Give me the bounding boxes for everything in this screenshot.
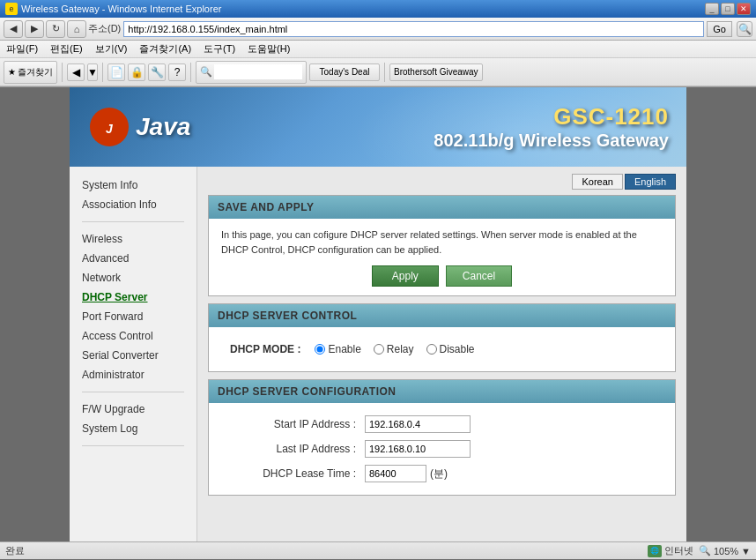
sidebar-item-system-info[interactable]: System Info xyxy=(70,175,196,195)
sidebar-item-dhcp-server[interactable]: DHCP Server xyxy=(70,287,196,307)
menu-help[interactable]: 도움말(H) xyxy=(245,42,293,56)
lease-time-label: DHCP Lease Time : xyxy=(228,467,356,480)
refresh-button[interactable]: ↻ xyxy=(46,20,65,38)
radio-disable-input[interactable] xyxy=(426,344,437,355)
apply-button[interactable]: Apply xyxy=(372,265,439,287)
sidebar-item-association-info[interactable]: Association Info xyxy=(70,195,196,214)
save-apply-description: In this page, you can cofigure DHCP serv… xyxy=(221,228,663,257)
sidebar-divider-1 xyxy=(82,221,184,222)
sidebar-item-system-log[interactable]: System Log xyxy=(70,419,196,438)
back-icon[interactable]: ◀ xyxy=(67,63,85,81)
home-button[interactable]: ⌂ xyxy=(67,20,86,38)
address-label: 주소(D) xyxy=(88,22,121,35)
title-buttons: _ □ ✕ xyxy=(705,3,751,15)
status-text: 완료 xyxy=(5,544,25,557)
toolbar-separator-1 xyxy=(62,63,63,82)
radio-relay-label: Relay xyxy=(387,343,414,355)
lease-time-input[interactable] xyxy=(365,465,426,482)
lease-time-unit: (분) xyxy=(430,467,448,482)
dhcp-config-body: Start IP Address : Last IP Address : DHC… xyxy=(209,403,675,495)
status-left: 완료 xyxy=(5,544,25,557)
start-ip-row: Start IP Address : xyxy=(221,412,663,437)
lease-time-row: DHCP Lease Time : (분) xyxy=(221,461,663,486)
menu-edit[interactable]: 편집(E) xyxy=(48,42,85,56)
zoom-indicator[interactable]: 🔍 105% ▼ xyxy=(699,545,751,556)
star-icon: ★ xyxy=(8,67,16,77)
nav-bar: ◀ ▶ ↻ ⌂ 주소(D) Go 🔍 xyxy=(0,18,756,41)
sidebar-item-network[interactable]: Network xyxy=(70,268,196,287)
go-button[interactable]: Go xyxy=(707,21,732,37)
search-toolbar-icon: 🔍 xyxy=(200,66,212,78)
router-subtitle: 802.11b/g Wireless Gateway xyxy=(434,131,669,151)
sidebar-item-advanced[interactable]: Advanced xyxy=(70,249,196,268)
window-title: Wireless Gateway - Windows Internet Expl… xyxy=(21,4,221,14)
close-button[interactable]: ✕ xyxy=(737,3,751,15)
router-body: System Info Association Info Wireless Ad… xyxy=(70,167,686,541)
safety-icon[interactable]: 🔒 xyxy=(128,63,145,81)
last-ip-input[interactable] xyxy=(365,440,471,458)
zoom-icon: 🔍 xyxy=(699,545,711,556)
brothersoft-icon[interactable]: Brothersoft Giveaway xyxy=(389,63,483,81)
sidebar-item-wireless[interactable]: Wireless xyxy=(70,229,196,249)
sidebar-item-administrator[interactable]: Administrator xyxy=(70,365,196,385)
sidebar-item-fw-upgrade[interactable]: F/W Upgrade xyxy=(70,399,196,419)
search-toolbar-input[interactable] xyxy=(214,64,302,79)
help-icon[interactable]: ? xyxy=(168,63,186,81)
sidebar-divider-3 xyxy=(82,445,184,446)
radio-relay-input[interactable] xyxy=(374,344,384,355)
menu-favorites[interactable]: 즐겨찾기(A) xyxy=(137,42,194,56)
content-area: J Java GSC-1210 802.11b/g Wireless Gatew… xyxy=(0,87,756,541)
toolbar-separator-2 xyxy=(102,63,103,82)
dhcp-mode-label: DHCP MODE : xyxy=(230,343,300,355)
search-icon[interactable]: 🔍 xyxy=(737,21,752,37)
menu-tools[interactable]: 도구(T) xyxy=(201,42,238,56)
router-title: GSC-1210 802.11b/g Wireless Gateway xyxy=(434,103,669,151)
radio-enable-input[interactable] xyxy=(315,344,325,355)
radio-disable[interactable]: Disable xyxy=(426,343,475,355)
save-apply-body: In this page, you can cofigure DHCP serv… xyxy=(209,219,675,295)
lang-korean-button[interactable]: Korean xyxy=(572,174,622,190)
browser-icon: e xyxy=(5,3,18,15)
zone-icon: 🌐 xyxy=(648,545,662,557)
cancel-button[interactable]: Cancel xyxy=(446,265,512,287)
status-right: 🌐 인터넷 🔍 105% ▼ xyxy=(648,544,751,557)
zoom-dropdown-icon: ▼ xyxy=(741,546,751,556)
zoom-level: 105% xyxy=(714,546,738,556)
toolbar-separator-3 xyxy=(190,63,191,82)
forward-button[interactable]: ▶ xyxy=(25,20,44,38)
menu-bar: 파일(F) 편집(E) 보기(V) 즐겨찾기(A) 도구(T) 도움말(H) xyxy=(0,41,756,58)
router-model: GSC-1210 xyxy=(434,103,669,131)
minimize-button[interactable]: _ xyxy=(705,3,719,15)
start-ip-label: Start IP Address : xyxy=(228,418,356,430)
router-header: J Java GSC-1210 802.11b/g Wireless Gatew… xyxy=(70,87,686,167)
dhcp-control-body: DHCP MODE : Enable Relay xyxy=(209,327,675,371)
dhcp-control-header: DHCP SERVER CONTROL xyxy=(209,304,675,327)
sidebar-item-access-control[interactable]: Access Control xyxy=(70,326,196,346)
today-deal-button[interactable]: Today's Deal xyxy=(309,63,380,81)
sidebar-item-serial-converter[interactable]: Serial Converter xyxy=(70,346,196,365)
lang-english-button[interactable]: English xyxy=(625,174,676,190)
java-logo-text: Java xyxy=(136,113,190,141)
svg-text:J: J xyxy=(106,122,114,136)
sidebar-divider-2 xyxy=(82,392,184,392)
radio-relay[interactable]: Relay xyxy=(374,343,414,355)
left-chrome xyxy=(0,87,70,541)
sidebar-item-port-forward[interactable]: Port Forward xyxy=(70,307,196,326)
radio-enable[interactable]: Enable xyxy=(315,343,360,355)
router-page: J Java GSC-1210 802.11b/g Wireless Gatew… xyxy=(70,87,686,541)
browser-chrome: e Wireless Gateway - Windows Internet Ex… xyxy=(0,0,756,87)
start-ip-input[interactable] xyxy=(365,415,471,433)
favorites-toolbar-button[interactable]: ★ 즐겨찾기 xyxy=(4,61,57,84)
back-button[interactable]: ◀ xyxy=(4,20,23,38)
maximize-button[interactable]: □ xyxy=(721,3,735,15)
radio-disable-label: Disable xyxy=(440,343,475,355)
page-icon[interactable]: 📄 xyxy=(107,63,125,81)
tools-icon[interactable]: 🔧 xyxy=(148,63,166,81)
dhcp-mode-row: DHCP MODE : Enable Relay xyxy=(221,336,663,362)
dropdown-icon[interactable]: ▼ xyxy=(87,63,98,81)
address-input[interactable] xyxy=(123,21,704,37)
menu-view[interactable]: 보기(V) xyxy=(93,42,130,56)
menu-file[interactable]: 파일(F) xyxy=(4,42,41,56)
java-logo: J Java xyxy=(87,105,190,149)
lang-selector: Korean English xyxy=(208,174,676,190)
